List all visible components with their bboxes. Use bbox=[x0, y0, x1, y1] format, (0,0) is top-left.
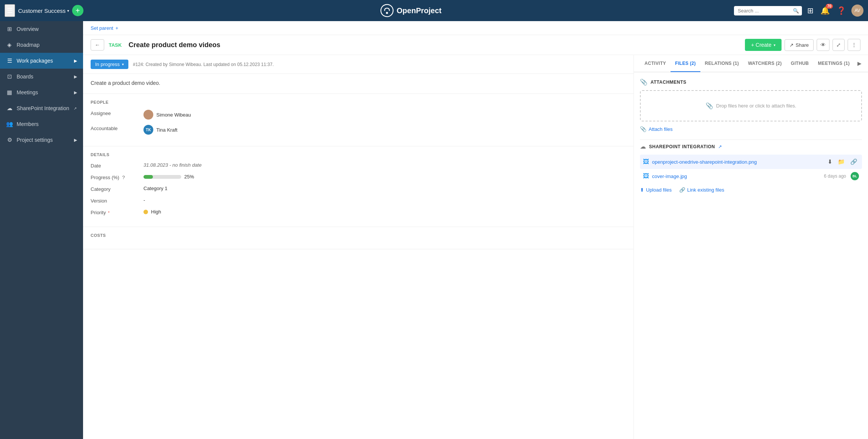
sharepoint-external-link-icon[interactable]: ↗ bbox=[718, 144, 722, 149]
people-section-title: PEOPLE bbox=[91, 100, 626, 104]
wp-actions: + Create ▾ ↗ Share 👁 ⤢ ⋮ bbox=[745, 39, 860, 51]
date-label: Date bbox=[91, 162, 143, 169]
date-text: 31.08.2023 - no finish date bbox=[143, 162, 202, 168]
create-label: + Create bbox=[751, 42, 771, 48]
sidebar-item-label: SharePoint Integration bbox=[17, 105, 69, 111]
sidebar-item-roadmap[interactable]: ◈ Roadmap bbox=[0, 37, 83, 53]
file-actions-1: ⬇ 📁 🔗 bbox=[826, 158, 859, 166]
project-selector[interactable]: Customer Success ▾ bbox=[18, 8, 69, 14]
right-content: 📎 ATTACHMENTS 📎 Drop files here or click… bbox=[634, 72, 868, 199]
progress-row: Progress (%) ? 25% bbox=[91, 174, 626, 180]
category-label: Category bbox=[91, 186, 143, 192]
sidebar-item-boards[interactable]: ⊡ Boards ▶ bbox=[0, 69, 83, 84]
tab-relations[interactable]: RELATIONS (1) bbox=[700, 55, 743, 72]
wp-type-label: TASK bbox=[109, 42, 122, 48]
share-icon: ↗ bbox=[789, 42, 794, 48]
priority-required-star: * bbox=[108, 210, 109, 215]
search-input[interactable] bbox=[738, 8, 791, 14]
sharepoint-cloud-icon: ☁ bbox=[640, 143, 646, 150]
tabs-more-button[interactable]: ▶ bbox=[854, 55, 865, 72]
version-text: - bbox=[143, 197, 145, 203]
sidebar-item-overview[interactable]: ⊞ Overview bbox=[0, 21, 83, 37]
details-section: DETAILS Date 31.08.2023 - no finish date… bbox=[83, 146, 634, 227]
tab-github-label: GITHUB bbox=[791, 61, 809, 66]
drop-zone[interactable]: 📎 Drop files here or click to attach fil… bbox=[640, 90, 862, 121]
tab-meetings-label: MEETINGS (1) bbox=[818, 61, 849, 66]
link-existing-files-link[interactable]: 🔗 Link existing files bbox=[679, 187, 724, 193]
sidebar-item-meetings[interactable]: ▦ Meetings ▶ bbox=[0, 84, 83, 100]
file-row-1: 🖼 openproject-onedrive-sharepoint-integr… bbox=[640, 155, 862, 169]
attachments-header: 📎 ATTACHMENTS bbox=[640, 78, 862, 86]
sidebar-item-sharepoint[interactable]: ☁ SharePoint Integration ↗ bbox=[0, 100, 83, 116]
upload-label: Upload files bbox=[646, 187, 672, 193]
sharepoint-header: ☁ SHAREPOINT INTEGRATION ↗ bbox=[640, 143, 862, 150]
tab-watchers[interactable]: WATCHERS (2) bbox=[743, 55, 786, 72]
members-icon: 👥 bbox=[6, 121, 13, 127]
paperclip-icon: 📎 bbox=[640, 78, 648, 86]
accountable-initials: TK bbox=[146, 128, 151, 132]
watch-button[interactable]: 👁 bbox=[817, 39, 829, 51]
upload-files-link[interactable]: ⬆ Upload files bbox=[640, 187, 672, 193]
grid-icon-button[interactable]: ⊞ bbox=[806, 5, 815, 17]
sidebar-item-work-packages[interactable]: ☰ Work packages ▶ bbox=[0, 53, 83, 69]
file-actions-2: 6 days ago BL bbox=[824, 172, 859, 180]
progress-help-icon[interactable]: ? bbox=[122, 175, 125, 180]
fullscreen-button[interactable]: ⤢ bbox=[833, 39, 845, 51]
file-image-icon-2: 🖼 bbox=[643, 173, 649, 180]
date-row: Date 31.08.2023 - no finish date bbox=[91, 162, 626, 169]
file-name-1[interactable]: openproject-onedrive-sharepoint-integrat… bbox=[652, 159, 823, 165]
file-avatar-2: BL bbox=[851, 172, 859, 180]
progress-bar: 25% bbox=[143, 174, 194, 180]
content-area: Set parent + ← TASK Create product demo … bbox=[83, 21, 868, 439]
help-button[interactable]: ❓ bbox=[835, 5, 848, 17]
assignee-value: Simone Wibeau bbox=[143, 110, 626, 120]
upload-icon: ⬆ bbox=[640, 187, 644, 193]
create-button[interactable]: + Create ▾ bbox=[745, 39, 782, 51]
status-arrow-icon: ▾ bbox=[122, 62, 124, 66]
sidebar-item-label: Overview bbox=[17, 26, 39, 32]
nav-right: 🔍 ⊞ 🔔 70 ❓ AV bbox=[734, 5, 863, 17]
tab-meetings[interactable]: MEETINGS (1) bbox=[813, 55, 854, 72]
version-value: - bbox=[143, 197, 626, 203]
boards-icon: ⊡ bbox=[6, 73, 13, 80]
tab-activity[interactable]: ACTIVITY bbox=[640, 55, 671, 72]
wp-body: In progress ▾ #124: Created by Simone Wi… bbox=[83, 55, 868, 439]
svg-point-0 bbox=[381, 5, 393, 17]
task-description: Create a product demo video. bbox=[83, 74, 634, 94]
tab-github[interactable]: GITHUB bbox=[786, 55, 814, 72]
assignee-avatar bbox=[143, 110, 153, 120]
left-panel: In progress ▾ #124: Created by Simone Wi… bbox=[83, 55, 634, 439]
project-chevron-icon: ▾ bbox=[67, 9, 69, 13]
file-row-2: 🖼 cover-image.jpg 6 days ago BL bbox=[640, 169, 862, 183]
attach-files-link[interactable]: 📎 Attach files bbox=[640, 126, 862, 132]
search-box[interactable]: 🔍 bbox=[734, 6, 802, 15]
file-name-2[interactable]: cover-image.jpg bbox=[652, 173, 821, 179]
hamburger-menu[interactable]: ☰ bbox=[5, 4, 15, 17]
meetings-arrow-icon: ▶ bbox=[74, 90, 77, 95]
costs-section-title: COSTS bbox=[91, 233, 626, 238]
user-avatar[interactable]: AV bbox=[851, 5, 863, 17]
status-bar: In progress ▾ #124: Created by Simone Wi… bbox=[83, 55, 634, 74]
sidebar-item-project-settings[interactable]: ⚙ Project settings ▶ bbox=[0, 132, 83, 148]
description-text: Create a product demo video. bbox=[91, 80, 160, 86]
tab-watchers-label: WATCHERS (2) bbox=[748, 61, 782, 66]
notifications-button[interactable]: 🔔 70 bbox=[819, 5, 831, 17]
add-project-button[interactable]: + bbox=[72, 5, 83, 16]
project-settings-icon: ⚙ bbox=[6, 137, 13, 143]
create-dropdown-arrow-icon: ▾ bbox=[774, 43, 775, 47]
priority-label: Priority * bbox=[91, 209, 143, 215]
overview-icon: ⊞ bbox=[6, 26, 13, 32]
file-folder-button-1[interactable]: 📁 bbox=[836, 158, 846, 166]
share-button[interactable]: ↗ Share bbox=[785, 39, 814, 51]
sidebar-item-members[interactable]: 👥 Members bbox=[0, 116, 83, 132]
status-badge[interactable]: In progress ▾ bbox=[91, 60, 128, 69]
attach-link-label: Attach files bbox=[649, 126, 673, 132]
set-parent-link[interactable]: Set parent + bbox=[91, 25, 118, 31]
back-button[interactable]: ← bbox=[91, 39, 104, 51]
file-image-icon-1: 🖼 bbox=[643, 158, 649, 165]
attachments-title: ATTACHMENTS bbox=[651, 80, 686, 85]
tab-files[interactable]: FILES (2) bbox=[671, 55, 700, 72]
file-unlink-button-1[interactable]: 🔗 bbox=[849, 158, 859, 166]
more-options-button[interactable]: ⋮ bbox=[848, 39, 860, 51]
file-download-button-1[interactable]: ⬇ bbox=[826, 158, 834, 166]
